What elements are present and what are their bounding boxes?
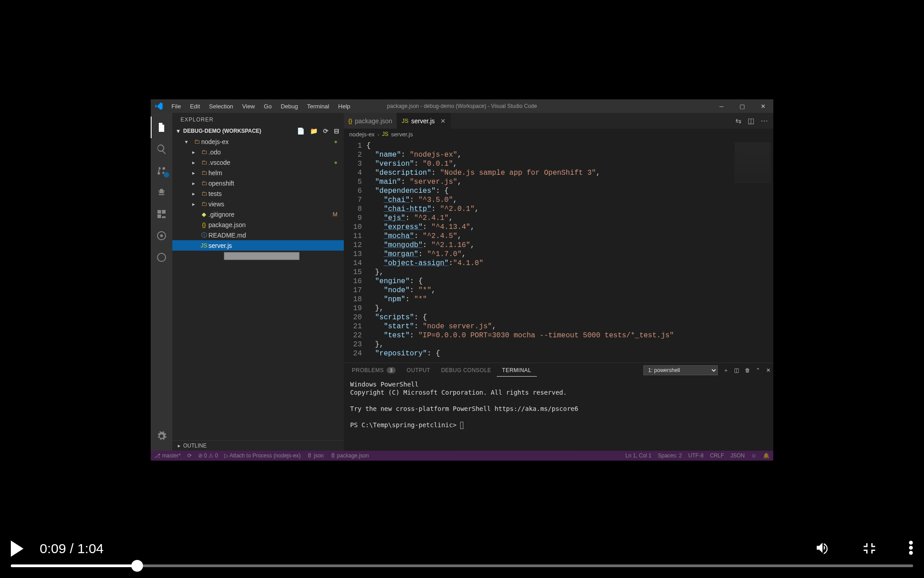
panel-tabs: PROBLEMS 3 OUTPUT DEBUG CONSOLE TERMINAL… (344, 363, 773, 378)
explorer-section-header[interactable]: ▾ DEBUG-DEMO (WORKSPACE) 📄 📁 ⟳ ⊟ (172, 126, 344, 135)
window-close-button[interactable]: ✕ (753, 99, 773, 113)
tree-file-gitignore[interactable]: ◆.gitignoreM (172, 209, 344, 219)
progress-thumb[interactable] (131, 560, 143, 572)
activity-openshift[interactable] (151, 225, 172, 247)
tree-folder-root[interactable]: ▾🗀 nodejs-ex ● (172, 136, 344, 147)
video-controls: 0:09 / 1:04 (0, 506, 924, 578)
tab-server-js[interactable]: JS server.js ✕ (397, 113, 450, 129)
tree-folder[interactable]: ▸🗀.vscode● (172, 157, 344, 168)
outline-section-header[interactable]: ▸OUTLINE (172, 440, 344, 451)
line-gutter: 123456789101112131415161718192021222324 (344, 140, 366, 363)
close-panel-icon[interactable]: ✕ (766, 367, 771, 373)
panel-tab-problems[interactable]: PROBLEMS 3 (346, 364, 401, 376)
tree-label: views (208, 200, 224, 208)
split-editor-icon[interactable]: ◫ (748, 117, 754, 125)
info-file-icon: ⓘ (199, 231, 208, 239)
menu-help[interactable]: Help (334, 103, 355, 110)
folder-icon: 🗀 (199, 169, 208, 176)
more-actions-icon[interactable]: ⋯ (761, 117, 768, 125)
menu-edit[interactable]: Edit (185, 103, 204, 110)
tree-file-server[interactable]: JSserver.js (172, 240, 344, 251)
tree-file-package[interactable]: {}package.json (172, 219, 344, 230)
tree-folder[interactable]: ▸🗀helm (172, 168, 344, 178)
tooltip (224, 252, 300, 260)
window-minimize-button[interactable]: ─ (711, 99, 732, 113)
activity-debug[interactable] (151, 182, 172, 203)
new-folder-icon[interactable]: 📁 (310, 127, 318, 135)
status-encoding[interactable]: UTF-8 (688, 452, 703, 459)
menu-file[interactable]: File (167, 103, 185, 110)
problems-count-badge: 3 (387, 367, 396, 373)
window-maximize-button[interactable]: ▢ (732, 99, 753, 113)
tree-label: .vscode (208, 159, 230, 166)
chevron-right-icon: › (377, 131, 379, 138)
json-file-icon: {} (348, 117, 352, 124)
files-icon (156, 122, 167, 133)
status-spaces[interactable]: Spaces: 2 (658, 452, 682, 459)
tree-folder[interactable]: ▸🗀.odo (172, 147, 344, 157)
status-bell-icon[interactable]: 🔔 (763, 452, 770, 459)
panel-tab-output[interactable]: OUTPUT (401, 364, 435, 376)
tree-folder[interactable]: ▸🗀openshift (172, 178, 344, 188)
video-progress[interactable] (11, 564, 913, 567)
menu-selection[interactable]: Selection (204, 103, 237, 110)
status-lang2[interactable]: 🛢 package.json (330, 452, 369, 459)
refresh-icon[interactable]: ⟳ (323, 127, 328, 135)
volume-icon[interactable] (815, 540, 830, 557)
terminal-select[interactable]: 1: powershell (643, 365, 718, 375)
status-sync[interactable]: ⟳ (187, 452, 192, 459)
editor-area: {} package.json JS server.js ✕ ⇆ ◫ ⋯ nod… (344, 113, 773, 451)
chevron-up-icon[interactable]: ⌃ (756, 367, 761, 373)
activity-search[interactable] (151, 138, 172, 160)
panel-tab-debug[interactable]: DEBUG CONSOLE (436, 364, 497, 376)
panel-tab-terminal[interactable]: TERMINAL (497, 364, 537, 377)
breadcrumb[interactable]: nodejs-ex › JS server.js (344, 129, 773, 140)
activity-explorer[interactable] (151, 117, 172, 138)
menu-view[interactable]: View (238, 103, 259, 110)
status-debug-target[interactable]: ▷ Attach to Process (nodejs-ex) (224, 452, 300, 459)
git-status-dot-icon: ● (334, 159, 337, 166)
collapse-icon[interactable]: ⊟ (334, 127, 339, 135)
more-options-icon[interactable] (909, 540, 913, 557)
status-errors[interactable]: ⊘ 0 ⚠ 0 (198, 452, 218, 459)
status-cursor[interactable]: Ln 1, Col 1 (625, 452, 651, 459)
menu-terminal[interactable]: Terminal (302, 103, 333, 110)
status-branch[interactable]: ⎇ master* (154, 452, 181, 459)
workspace-name: DEBUG-DEMO (WORKSPACE) (183, 128, 261, 134)
compare-changes-icon[interactable]: ⇆ (735, 117, 741, 125)
tab-package-json[interactable]: {} package.json (344, 113, 397, 129)
status-mode[interactable]: JSON (730, 452, 745, 459)
editor-content[interactable]: { "name": "nodejs-ex", "version": "0.0.1… (366, 140, 674, 363)
svg-point-1 (160, 234, 163, 237)
vscode-window: File Edit Selection View Go Debug Termin… (151, 99, 773, 461)
activity-scm[interactable] (151, 160, 172, 182)
play-button[interactable] (11, 541, 23, 557)
tree-folder[interactable]: ▸🗀tests (172, 188, 344, 199)
new-file-icon[interactable]: 📄 (297, 127, 305, 135)
svg-point-4 (909, 546, 913, 550)
status-eol[interactable]: CRLF (710, 452, 724, 459)
menu-go[interactable]: Go (259, 103, 276, 110)
kill-terminal-icon[interactable]: 🗑 (745, 367, 751, 373)
status-lang1[interactable]: 🛢 json (307, 452, 323, 459)
tree-label: .gitignore (208, 211, 235, 218)
tab-label: server.js (411, 117, 434, 125)
close-icon[interactable]: ✕ (440, 117, 446, 125)
new-terminal-icon[interactable]: ＋ (723, 367, 729, 374)
minimap[interactable] (735, 142, 771, 183)
folder-icon: 🗀 (199, 149, 208, 155)
menu-debug[interactable]: Debug (276, 103, 302, 110)
tree-file-readme[interactable]: ⓘREADME.md (172, 230, 344, 240)
activity-settings[interactable] (151, 425, 172, 447)
status-feedback-icon[interactable]: ☺ (751, 452, 757, 459)
terminal[interactable]: Windows PowerShell Copyright (C) Microso… (344, 378, 773, 451)
breadcrumb-item[interactable]: server.js (391, 131, 413, 138)
activity-bar (151, 113, 172, 451)
split-terminal-icon[interactable]: ◫ (734, 367, 739, 373)
tree-folder[interactable]: ▸🗀views (172, 199, 344, 209)
breadcrumb-item[interactable]: nodejs-ex (349, 131, 374, 138)
activity-extensions[interactable] (151, 203, 172, 225)
exit-fullscreen-icon[interactable] (862, 540, 877, 557)
editor[interactable]: 123456789101112131415161718192021222324 … (344, 140, 773, 363)
activity-accounts[interactable] (151, 247, 172, 268)
